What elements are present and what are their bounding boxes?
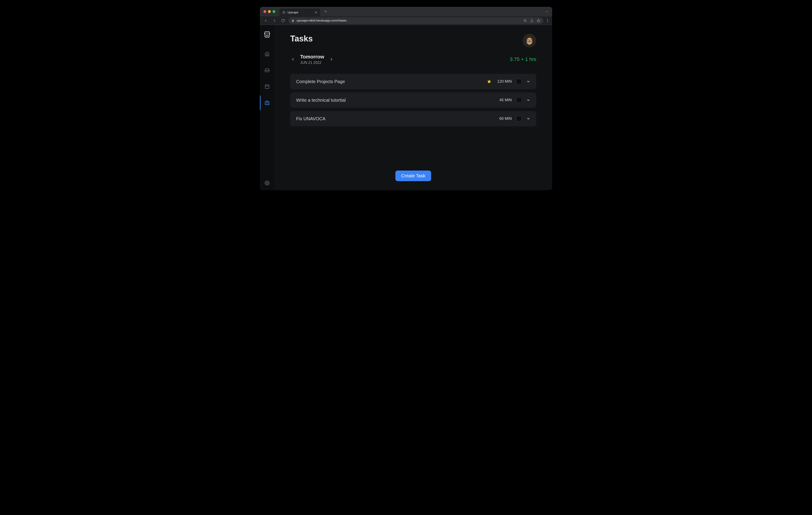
window-close-button[interactable]: [263, 10, 266, 13]
tabs-dropdown-icon[interactable]: [545, 10, 549, 13]
task-row: Fix UNAVOCA 60 MIN: [290, 111, 536, 126]
task-expand-button[interactable]: [526, 117, 530, 121]
lock-icon: [292, 19, 294, 22]
hours-summary: 3.75 + 1 hrs: [510, 56, 536, 62]
main-panel: Tasks: [274, 25, 552, 190]
bookmark-star-icon[interactable]: [537, 19, 540, 23]
task-title: Write a technical tutortial: [296, 98, 491, 103]
task-row: Complete Projects Page 120 MIN: [290, 74, 536, 89]
sidebar-item-settings[interactable]: [260, 176, 274, 190]
page-title: Tasks: [290, 34, 313, 43]
date-row: Tomorrow JUN 21 2022 3.75 + 1 hrs: [290, 54, 536, 65]
date-next-button[interactable]: [329, 57, 334, 62]
window-minimize-button[interactable]: [268, 10, 271, 13]
task-checkbox[interactable]: [516, 79, 522, 84]
tab-favicon-icon: [282, 11, 286, 14]
tab-title: Upscape: [288, 11, 313, 14]
date-nav: Tomorrow JUN 21 2022: [290, 54, 334, 65]
svg-marker-34: [487, 80, 491, 83]
window-maximize-button[interactable]: [272, 10, 275, 13]
svg-line-4: [526, 21, 526, 22]
addressbar-actions: [523, 19, 540, 23]
task-checkbox[interactable]: [516, 97, 522, 103]
svg-point-10: [547, 20, 548, 21]
task-checkbox[interactable]: [516, 116, 522, 121]
create-task-button[interactable]: Create Task: [395, 171, 431, 181]
svg-rect-24: [265, 102, 269, 104]
date-value: JUN 21 2022: [300, 61, 324, 65]
sidebar: [260, 25, 274, 190]
task-duration: 120 MIN: [496, 79, 512, 84]
browser-tab[interactable]: Upscape ✕: [279, 9, 320, 16]
browser-toolbar: upscape-nikhil.herokuapp.com/#/tasks: [260, 16, 552, 25]
svg-point-30: [528, 40, 528, 41]
task-expand-button[interactable]: [526, 98, 530, 102]
svg-point-25: [266, 182, 268, 184]
nav-back-button[interactable]: [263, 18, 269, 24]
date-prev-button[interactable]: [290, 57, 296, 62]
create-task-row: Create Task: [290, 171, 536, 183]
browser-titlebar: Upscape ✕ +: [260, 7, 552, 16]
task-title: Complete Projects Page: [296, 79, 482, 84]
sidebar-item-tasks[interactable]: [260, 96, 274, 110]
task-expand-button[interactable]: [526, 80, 530, 84]
titlebar-right: [545, 10, 549, 13]
task-duration: 45 MIN: [496, 98, 512, 102]
task-title: Fix UNAVOCA: [296, 116, 491, 121]
svg-point-31: [530, 40, 531, 41]
sidebar-item-home[interactable]: [260, 47, 274, 61]
svg-point-11: [547, 22, 548, 22]
traffic-lights: [263, 10, 275, 13]
date-label: Tomorrow: [300, 54, 324, 60]
svg-rect-0: [283, 11, 285, 13]
task-list: Complete Projects Page 120 MIN Write a t…: [290, 74, 536, 126]
address-bar[interactable]: upscape-nikhil.herokuapp.com/#/tasks: [288, 17, 544, 24]
date-labels: Tomorrow JUN 21 2022: [300, 54, 324, 65]
zoom-icon[interactable]: [523, 19, 527, 23]
app-logo-icon: [262, 30, 272, 39]
tab-close-button[interactable]: ✕: [315, 11, 317, 14]
star-icon[interactable]: [487, 79, 491, 84]
sidebar-item-inbox[interactable]: [260, 63, 274, 78]
avatar[interactable]: [523, 34, 536, 48]
svg-rect-13: [265, 32, 268, 34]
browser-window: Upscape ✕ + upscape-nikhil.herokuapp.com…: [260, 7, 552, 190]
new-tab-button[interactable]: +: [322, 8, 329, 15]
task-duration: 60 MIN: [496, 116, 512, 121]
nav-forward-button[interactable]: [271, 18, 278, 24]
svg-marker-8: [537, 19, 540, 22]
task-row: Write a technical tutortial 45 MIN: [290, 92, 536, 108]
browser-menu-button[interactable]: [546, 19, 549, 23]
sidebar-item-calendar[interactable]: [260, 79, 274, 94]
svg-point-15: [267, 35, 268, 36]
header-row: Tasks: [290, 34, 536, 48]
svg-point-9: [547, 19, 548, 20]
app-content: Tasks: [260, 25, 552, 190]
share-icon[interactable]: [530, 19, 533, 22]
url-text: upscape-nikhil.herokuapp.com/#/tasks: [296, 19, 521, 22]
svg-rect-20: [265, 85, 269, 89]
nav-reload-button[interactable]: [280, 18, 286, 24]
svg-point-14: [266, 35, 267, 36]
